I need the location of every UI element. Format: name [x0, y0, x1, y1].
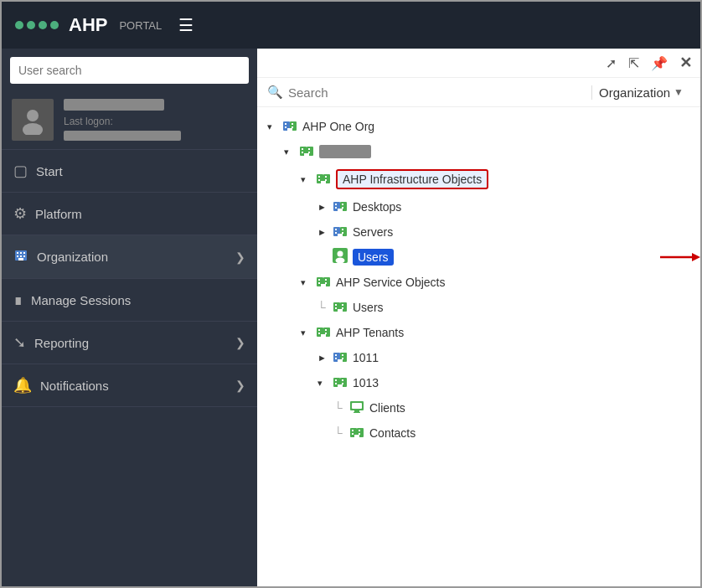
panel-search-input[interactable]: [288, 85, 585, 100]
svg-rect-62: [335, 307, 337, 309]
svg-rect-14: [285, 126, 286, 128]
tree-node-desktops[interactable]: ► Desktops: [257, 194, 700, 219]
svg-rect-28: [325, 176, 327, 178]
pin-icon[interactable]: 📌: [651, 55, 668, 71]
users-row: Users: [257, 245, 700, 270]
ahp-one-org-label: AHP One Org: [302, 120, 374, 133]
toggle-ahp-service-objects: ▾: [301, 277, 312, 288]
svg-rect-76: [335, 358, 337, 359]
svg-rect-45: [338, 234, 343, 236]
tree-node-clients[interactable]: └ Clients: [257, 395, 700, 420]
svg-rect-24: [304, 153, 309, 156]
contacts-label: Contacts: [369, 426, 416, 440]
monitor-green-icon: [349, 399, 364, 417]
reporting-chevron: ❯: [235, 336, 245, 349]
svg-marker-50: [692, 253, 700, 261]
expand-arrows-icon[interactable]: ⇱: [628, 55, 639, 71]
svg-rect-78: [338, 359, 343, 362]
svg-rect-15: [292, 126, 293, 128]
building-green-tenants-icon: [316, 323, 331, 342]
svg-rect-17: [290, 128, 292, 131]
logo-dot-3: [39, 21, 47, 29]
svg-point-0: [27, 110, 39, 121]
portal-label: PORTAL: [119, 19, 162, 32]
svg-rect-16: [287, 128, 290, 131]
search-icon: 🔍: [267, 85, 283, 100]
avatar-icon: [18, 105, 48, 135]
sidebar-item-platform[interactable]: ⚙ Platform: [2, 193, 257, 235]
building-blue-1011-icon: [333, 348, 348, 367]
last-logon-value: [64, 131, 181, 141]
toggle-servers: ►: [317, 227, 329, 237]
svg-rect-71: [321, 334, 326, 337]
svg-rect-7: [20, 255, 22, 257]
svg-rect-34: [335, 204, 337, 205]
svg-rect-96: [354, 435, 359, 437]
svg-rect-22: [302, 152, 303, 153]
svg-rect-56: [325, 282, 327, 284]
svg-rect-42: [342, 229, 343, 230]
sidebar-item-organization[interactable]: Organization ❯: [2, 235, 257, 279]
connector-clients: └: [334, 401, 346, 415]
svg-rect-95: [359, 433, 360, 435]
close-icon[interactable]: ✕: [679, 54, 692, 72]
ahp-tenants-label: AHP Tenants: [336, 326, 404, 339]
svg-point-47: [338, 251, 343, 257]
svg-rect-3: [17, 252, 18, 254]
gear-icon: ⚙: [13, 204, 27, 223]
hamburger-menu[interactable]: ☰: [178, 15, 194, 35]
svg-rect-82: [342, 379, 343, 381]
expand-diagonal-icon[interactable]: ➚: [606, 55, 617, 71]
sidebar-item-notifications[interactable]: 🔔 Notifications ❯: [2, 364, 257, 407]
tree-node-service-users[interactable]: └ Users: [257, 295, 700, 320]
tree-node-ahp-one-org[interactable]: ▾ AHP One Org: [257, 114, 700, 139]
service-users-label: Users: [353, 301, 384, 314]
org-dropdown-label: Organization: [599, 85, 670, 100]
svg-rect-53: [318, 279, 320, 281]
user-profile: Last logon:: [2, 90, 257, 150]
tree-node-ahp-infrastructure[interactable]: ▾ AHP Infrastructure Objects: [257, 166, 700, 193]
last-logon-label: Last logon:: [64, 116, 247, 127]
user-search-input[interactable]: [10, 57, 249, 84]
svg-rect-37: [342, 207, 343, 209]
building-blue-desktops-icon: [333, 198, 348, 216]
tree-node-blurred-org[interactable]: ▾: [257, 139, 700, 164]
connector-contacts: └: [334, 426, 346, 440]
arrow-annotation: [658, 249, 700, 266]
tree-node-1013[interactable]: ▾ 1013: [257, 370, 700, 395]
tree-node-servers[interactable]: ► Servers: [257, 219, 700, 245]
logo-dot-1: [15, 21, 23, 29]
org-dropdown[interactable]: Organization ▼: [591, 85, 690, 100]
toggle-users: [317, 252, 329, 262]
svg-rect-87: [352, 403, 362, 409]
svg-rect-20: [302, 148, 303, 150]
svg-rect-69: [318, 333, 320, 334]
user-info: Last logon:: [64, 99, 247, 141]
svg-rect-93: [359, 430, 360, 431]
ahp-service-objects-label: AHP Service Objects: [336, 276, 445, 289]
svg-rect-4: [20, 252, 22, 254]
svg-rect-8: [23, 255, 25, 257]
tree-node-contacts[interactable]: └ Contacts: [257, 420, 700, 446]
sidebar-item-start[interactable]: ▢ Start: [2, 150, 257, 193]
sidebar-item-manage-sessions[interactable]: ∎ Manage Sessions: [2, 279, 257, 322]
svg-rect-5: [23, 252, 25, 254]
grid-icon: ∎: [13, 291, 23, 309]
right-panel: ➚ ⇱ 📌 ✕ 🔍 Organization ▼ ▾: [257, 49, 700, 586]
tree-node-users[interactable]: Users: [257, 245, 652, 270]
clients-label: Clients: [369, 401, 405, 415]
svg-rect-85: [338, 384, 343, 387]
panel-search-row: 🔍 Organization ▼: [257, 78, 700, 107]
users-label: Users: [353, 249, 394, 266]
svg-rect-63: [342, 307, 343, 309]
svg-rect-27: [318, 176, 320, 178]
tree-node-ahp-service-objects[interactable]: ▾ AHP Service Objects: [257, 270, 700, 295]
tree-node-1011[interactable]: ► 1011: [257, 345, 700, 370]
svg-point-1: [23, 123, 43, 135]
sidebar-item-reporting[interactable]: ➘ Reporting ❯: [2, 322, 257, 364]
svg-rect-81: [335, 379, 337, 381]
svg-rect-41: [335, 229, 337, 230]
toggle-ahp-infrastructure: ▾: [301, 174, 312, 185]
tree-node-ahp-tenants[interactable]: ▾ AHP Tenants: [257, 320, 700, 345]
svg-rect-64: [338, 309, 343, 312]
